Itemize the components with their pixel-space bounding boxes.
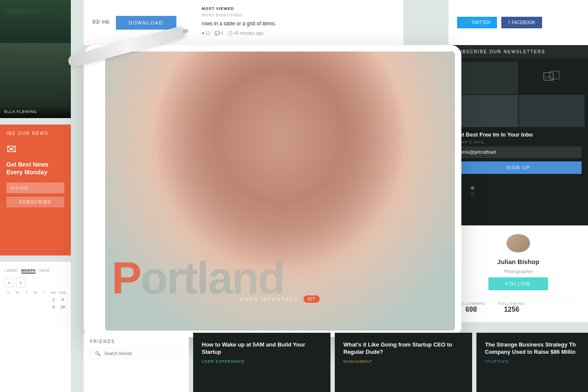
right-newsletter-header: SUBSCRIBE OUR NEWSLETTERS bbox=[449, 45, 588, 58]
kit-badge: KIT bbox=[303, 295, 320, 303]
calendar-nav: ‹ › bbox=[4, 278, 67, 287]
photo-card: ELLA FLEMING bbox=[0, 43, 71, 118]
facebook-button[interactable]: f FACEBOOK bbox=[501, 17, 542, 28]
following-label: FOLLOWING bbox=[498, 301, 525, 306]
cal-cell[interactable] bbox=[41, 297, 48, 303]
friends-title: FRIENDS bbox=[90, 339, 182, 344]
subscribe-button[interactable]: SUBSCRIBE bbox=[6, 197, 64, 207]
cal-cell[interactable] bbox=[31, 297, 39, 303]
cal-day-header: SUN bbox=[58, 291, 67, 295]
page-wrapper: MANAGEMENT ELLA FLEMING IBE OUR NEWS ✉ G… bbox=[0, 0, 588, 392]
bottom-article-title-3: The Strange Business Strategy Th Company… bbox=[485, 341, 579, 356]
dot-1[interactable] bbox=[471, 186, 474, 190]
ui-kit-label: USER INTERFACE KIT bbox=[240, 295, 320, 303]
newsletter-email-input[interactable] bbox=[6, 182, 64, 193]
like-count: ♥ 12 bbox=[202, 31, 210, 36]
tablet-screen: P ortla nd USER INTERFACE KIT bbox=[105, 52, 455, 331]
article-meta: ♥ 12 💬 4 🕐 45 minutes ago bbox=[202, 31, 395, 36]
cal-day-header: W bbox=[31, 291, 39, 295]
friends-search-box: 🔍 bbox=[90, 348, 182, 359]
facebook-icon: f bbox=[508, 20, 509, 25]
profile-card: Julian Bishop Photographer FOLLOW FOLLOW… bbox=[449, 225, 588, 322]
cal-day-header: T bbox=[40, 291, 48, 295]
newsletter-image-grid bbox=[449, 58, 588, 127]
calendar-next-button[interactable]: › bbox=[16, 278, 25, 287]
twitter-button[interactable]: 🐦 TWITTER bbox=[457, 17, 497, 28]
cal-cell[interactable] bbox=[4, 297, 12, 303]
cal-cell[interactable] bbox=[22, 304, 30, 310]
follow-button[interactable]: FOLLOW bbox=[488, 277, 548, 290]
author-name: ELLA FLEMING bbox=[4, 109, 67, 114]
facebook-label: FACEBOOK bbox=[512, 20, 535, 25]
cal-cell[interactable] bbox=[13, 297, 21, 303]
bottom-article-title-2: What's it Like Going from Startup CEO to… bbox=[343, 341, 464, 356]
download-button[interactable]: DOWNLOAD bbox=[116, 16, 176, 30]
portland-text: P ortla nd bbox=[112, 255, 449, 301]
right-newsletter-content: Get Best Free Im In Your Inbo YOUR E-MAI… bbox=[449, 127, 588, 178]
dot-2[interactable] bbox=[471, 192, 474, 196]
thumb-2 bbox=[452, 95, 518, 127]
right-newsletter-title: Get Best Free Im In Your Inbo bbox=[455, 131, 582, 138]
cal-cell[interactable]: 2 bbox=[50, 297, 58, 303]
bottom-article-cat-3: STARTUPS bbox=[485, 359, 579, 364]
comment-count: 💬 4 bbox=[215, 31, 223, 36]
following-count: 1256 bbox=[498, 306, 525, 313]
cal-cell[interactable] bbox=[31, 304, 39, 310]
file-size: 93/ mb bbox=[92, 18, 109, 25]
p-letter: P bbox=[112, 255, 140, 301]
bottom-article-cat-1: USER EXPERIENCE bbox=[202, 359, 322, 364]
article-card: MOST VIEWED MOST DISCUSSED rows in a tab… bbox=[193, 0, 403, 45]
photo-overlay: ELLA FLEMING bbox=[0, 105, 71, 118]
bottom-article-2: What's it Like Going from Startup CEO to… bbox=[335, 333, 472, 392]
cal-cell[interactable] bbox=[4, 304, 12, 310]
mail-icon: ✉ bbox=[6, 142, 64, 156]
friends-card: FRIENDS 🔍 bbox=[84, 333, 189, 392]
management-card: MANAGEMENT bbox=[0, 0, 71, 43]
cal-cell[interactable]: 9 bbox=[50, 304, 58, 310]
profile-name: Julian Bishop bbox=[497, 258, 539, 265]
profile-role: Photographer bbox=[504, 269, 533, 274]
nd-letters: nd bbox=[232, 255, 284, 301]
ortland-letters: ortla bbox=[140, 255, 232, 301]
calendar-grid: 2 3 9 10 bbox=[4, 297, 67, 310]
calendar-prev-button[interactable]: ‹ bbox=[4, 278, 14, 287]
cal-cell[interactable]: 10 bbox=[59, 304, 67, 310]
avatar bbox=[506, 234, 530, 252]
bottom-article-cat-2: MANAGMENT bbox=[343, 359, 464, 364]
carousel-dots bbox=[471, 186, 474, 196]
social-card: 🐦 TWITTER f FACEBOOK bbox=[449, 0, 588, 45]
calendar-header: S M T W T SAT SUN bbox=[4, 291, 67, 295]
bottom-article-3: The Strange Business Strategy Th Company… bbox=[476, 333, 588, 392]
cal-day-header: T bbox=[22, 291, 30, 295]
article-title: rows in a table or a grid of items. bbox=[202, 21, 395, 27]
bottom-article-title-1: How to Wake up at 5AM and Build Your Sta… bbox=[202, 341, 322, 356]
newsletter-sub-label: IBE OUR NEWS bbox=[6, 131, 64, 136]
newsletter-card-left: IBE OUR NEWS ✉ Get Best News Every Monda… bbox=[0, 125, 71, 255]
time-ago: 🕐 45 minutes ago bbox=[227, 31, 263, 36]
friends-search-input[interactable] bbox=[104, 351, 178, 356]
calendar-tab-month[interactable]: MONTH bbox=[21, 268, 36, 273]
tab-most-discussed[interactable]: MOST DISCUSSED bbox=[202, 13, 395, 17]
signup-button[interactable]: SIGN UP bbox=[455, 161, 582, 174]
cal-cell[interactable] bbox=[22, 297, 30, 303]
thumb-1 bbox=[452, 62, 518, 94]
tablet: P ortla nd USER INTERFACE KIT bbox=[84, 45, 461, 337]
gallery-icon bbox=[519, 62, 585, 94]
search-icon: 🔍 bbox=[95, 351, 101, 356]
article-tabs: MOST VIEWED MOST DISCUSSED bbox=[202, 6, 395, 17]
cal-day-header: M bbox=[13, 291, 21, 295]
cal-cell[interactable] bbox=[41, 304, 48, 310]
cal-day-header: S bbox=[4, 291, 12, 295]
right-newsletter-card: SUBSCRIBE OUR NEWSLETTERS Get Best Free … bbox=[449, 45, 588, 225]
calendar-tab-week[interactable]: / WEEK bbox=[4, 268, 18, 273]
right-newsletter-email-input[interactable] bbox=[455, 146, 582, 158]
cal-cell[interactable]: 3 bbox=[59, 297, 67, 303]
twitter-icon: 🐦 bbox=[464, 20, 469, 25]
calendar-tabs: / WEEK MONTH YEAR bbox=[4, 268, 67, 273]
twitter-label: TWITTER bbox=[471, 20, 490, 25]
tab-most-viewed[interactable]: MOST VIEWED bbox=[202, 6, 395, 11]
profile-stats: FOLLOWERS 698 FOLLOWING 1256 bbox=[457, 296, 579, 313]
cal-cell[interactable] bbox=[13, 304, 21, 310]
calendar-tab-year[interactable]: YEAR bbox=[39, 268, 50, 273]
cal-day-header: SAT bbox=[49, 291, 58, 295]
